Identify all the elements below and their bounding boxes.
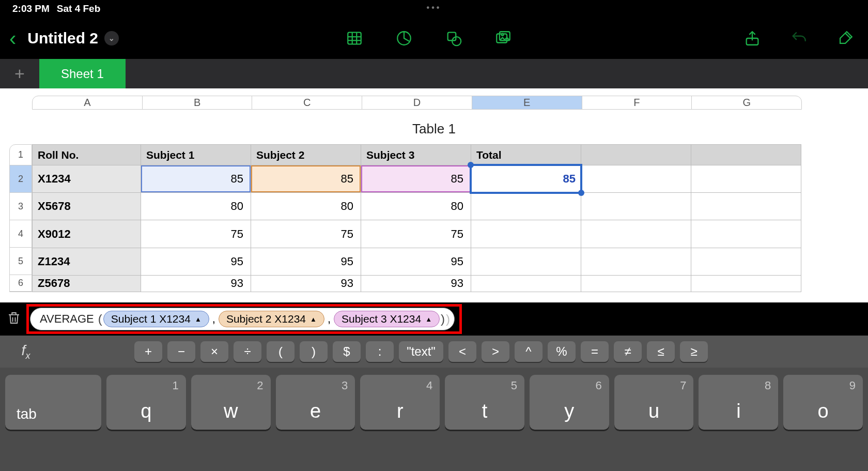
sym-colon[interactable]: : bbox=[366, 341, 394, 362]
cell[interactable]: 95 bbox=[141, 248, 251, 275]
cell[interactable]: 95 bbox=[251, 248, 361, 275]
sym-rparen[interactable]: ) bbox=[300, 341, 328, 362]
cell[interactable] bbox=[471, 275, 581, 292]
sym-minus[interactable]: − bbox=[167, 341, 195, 362]
row-header-1[interactable]: 1 bbox=[10, 145, 32, 165]
key-e[interactable]: 3e bbox=[276, 375, 355, 430]
sym-lt[interactable]: < bbox=[448, 341, 476, 362]
col-header-g[interactable]: G bbox=[692, 96, 801, 109]
sym-text[interactable]: "text" bbox=[399, 341, 443, 362]
share-icon[interactable] bbox=[739, 25, 766, 52]
header-cell[interactable]: Subject 1 bbox=[141, 145, 251, 165]
column-headers[interactable]: A B C D E F G bbox=[32, 96, 802, 110]
header-cell[interactable]: Total bbox=[471, 145, 581, 165]
cell[interactable]: 93 bbox=[251, 275, 361, 292]
cell[interactable] bbox=[581, 275, 691, 292]
row-header-3[interactable]: 3 bbox=[10, 193, 32, 220]
key-y[interactable]: 6y bbox=[530, 375, 609, 430]
cell[interactable]: X9012 bbox=[33, 220, 141, 248]
cell[interactable] bbox=[581, 165, 691, 193]
cell[interactable] bbox=[471, 248, 581, 275]
cell[interactable]: 80 bbox=[361, 193, 471, 220]
sym-gt[interactable]: > bbox=[482, 341, 509, 362]
sym-lparen[interactable]: ( bbox=[267, 341, 295, 362]
col-header-e[interactable]: E bbox=[472, 96, 582, 109]
cell[interactable]: Z1234 bbox=[33, 248, 141, 275]
back-button[interactable]: ‹ bbox=[9, 27, 16, 50]
cell[interactable]: X5678 bbox=[33, 193, 141, 220]
sym-ge[interactable]: ≥ bbox=[680, 341, 708, 362]
title-chevron-icon[interactable]: ⌄ bbox=[104, 31, 119, 45]
cell[interactable]: 93 bbox=[141, 275, 251, 292]
row-header-2[interactable]: 2 bbox=[10, 165, 32, 193]
sym-dollar[interactable]: $ bbox=[333, 341, 361, 362]
col-header-f[interactable]: F bbox=[582, 96, 692, 109]
selected-cell[interactable]: 85 bbox=[471, 165, 581, 193]
add-sheet-button[interactable]: + bbox=[0, 59, 39, 88]
cell[interactable] bbox=[691, 275, 801, 292]
formula-ref-token[interactable]: Subject 3 X1234▲ bbox=[334, 311, 440, 327]
multitask-dots-icon[interactable]: ••• bbox=[427, 3, 442, 12]
cell[interactable]: 95 bbox=[361, 248, 471, 275]
document-title[interactable]: Untitled 2 ⌄ bbox=[27, 29, 119, 47]
cell[interactable] bbox=[581, 220, 691, 248]
token-disclosure-icon[interactable]: ▲ bbox=[310, 315, 317, 323]
col-header-c[interactable]: C bbox=[252, 96, 362, 109]
cell[interactable] bbox=[471, 193, 581, 220]
cell[interactable]: 93 bbox=[361, 275, 471, 292]
formula-ref-token[interactable]: Subject 2 X1234▲ bbox=[219, 311, 324, 327]
row-headers[interactable]: 1 2 3 4 5 6 bbox=[9, 144, 32, 292]
header-cell[interactable] bbox=[691, 145, 801, 165]
key-r[interactable]: 4r bbox=[360, 375, 440, 430]
token-disclosure-icon[interactable]: ▲ bbox=[425, 315, 432, 323]
sym-caret[interactable]: ^ bbox=[515, 341, 542, 362]
cell[interactable] bbox=[691, 165, 801, 193]
cell[interactable] bbox=[581, 193, 691, 220]
sheet-tab[interactable]: Sheet 1 bbox=[39, 59, 126, 88]
formula-ref-token[interactable]: Subject 1 X1234▲ bbox=[103, 311, 209, 327]
cell[interactable] bbox=[691, 193, 801, 220]
key-o[interactable]: 9o bbox=[783, 375, 863, 430]
col-header-a[interactable]: A bbox=[33, 96, 143, 109]
undo-icon[interactable] bbox=[785, 25, 812, 52]
cell[interactable]: 80 bbox=[251, 193, 361, 220]
cell[interactable]: Z5678 bbox=[33, 275, 141, 292]
sym-divide[interactable]: ÷ bbox=[234, 341, 261, 362]
function-name[interactable]: AVERAGE bbox=[35, 312, 97, 326]
data-grid[interactable]: Roll No. Subject 1 Subject 2 Subject 3 T… bbox=[32, 144, 801, 292]
key-q[interactable]: 1q bbox=[106, 375, 186, 430]
col-header-b[interactable]: B bbox=[143, 96, 253, 109]
cell[interactable]: 75 bbox=[141, 220, 251, 248]
cell[interactable] bbox=[691, 220, 801, 248]
cell[interactable]: 85 bbox=[361, 165, 471, 193]
fx-button[interactable]: fx bbox=[0, 342, 52, 361]
sym-le[interactable]: ≤ bbox=[647, 341, 675, 362]
token-disclosure-icon[interactable]: ▲ bbox=[195, 315, 202, 323]
cell[interactable] bbox=[691, 248, 801, 275]
sym-equals[interactable]: = bbox=[581, 341, 609, 362]
row-header-4[interactable]: 4 bbox=[10, 220, 32, 248]
cell[interactable] bbox=[471, 220, 581, 248]
row-header-6[interactable]: 6 bbox=[10, 275, 32, 292]
cell[interactable]: 85 bbox=[141, 165, 251, 193]
insert-table-icon[interactable] bbox=[341, 25, 368, 52]
row-header-5[interactable]: 5 bbox=[10, 248, 32, 275]
col-header-d[interactable]: D bbox=[362, 96, 472, 109]
sym-plus[interactable]: + bbox=[134, 341, 162, 362]
header-cell[interactable] bbox=[581, 145, 691, 165]
header-cell[interactable]: Subject 2 bbox=[251, 145, 361, 165]
format-brush-icon[interactable] bbox=[832, 25, 859, 52]
insert-shape-icon[interactable] bbox=[440, 25, 467, 52]
cell[interactable]: X1234 bbox=[33, 165, 141, 193]
header-cell[interactable]: Subject 3 bbox=[361, 145, 471, 165]
cell[interactable]: 75 bbox=[251, 220, 361, 248]
key-u[interactable]: 7u bbox=[614, 375, 694, 430]
cell[interactable]: 75 bbox=[361, 220, 471, 248]
key-tab[interactable]: tab bbox=[5, 375, 101, 430]
sym-neq[interactable]: ≠ bbox=[614, 341, 642, 362]
insert-chart-icon[interactable] bbox=[391, 25, 417, 52]
key-w[interactable]: 2w bbox=[191, 375, 271, 430]
insert-media-icon[interactable] bbox=[490, 25, 517, 52]
header-cell[interactable]: Roll No. bbox=[33, 145, 141, 165]
delete-formula-icon[interactable] bbox=[6, 310, 22, 328]
